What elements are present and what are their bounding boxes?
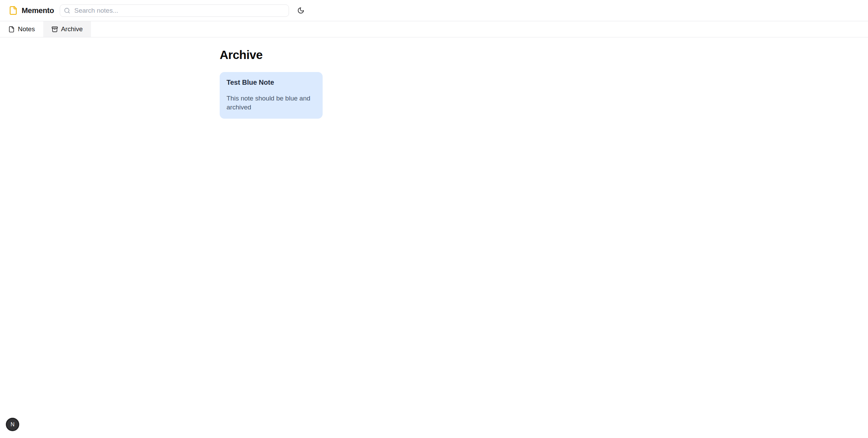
tab-archive-label: Archive <box>61 25 83 33</box>
tab-notes-label: Notes <box>18 25 35 33</box>
tab-archive[interactable]: Archive <box>43 21 91 37</box>
moon-icon <box>297 7 304 14</box>
notes-grid: Test Blue Note This note should be blue … <box>220 72 648 119</box>
note-card[interactable]: Test Blue Note This note should be blue … <box>220 72 323 119</box>
main-content: Archive Test Blue Note This note should … <box>220 37 648 119</box>
app-logo-icon <box>9 6 18 15</box>
archive-icon <box>51 26 58 33</box>
brand: Memento <box>9 6 54 15</box>
theme-toggle-button[interactable] <box>294 4 308 17</box>
app-title: Memento <box>22 6 54 15</box>
file-icon <box>8 26 15 33</box>
search-box <box>60 4 289 17</box>
header: Memento <box>0 0 868 21</box>
note-body: This note should be blue and archived <box>227 94 316 112</box>
user-avatar-button[interactable]: N <box>6 418 19 431</box>
page-title: Archive <box>220 48 648 62</box>
tab-bar: Notes Archive <box>0 21 868 37</box>
search-input[interactable] <box>60 4 289 17</box>
tab-notes[interactable]: Notes <box>0 21 43 37</box>
note-title: Test Blue Note <box>227 78 316 86</box>
